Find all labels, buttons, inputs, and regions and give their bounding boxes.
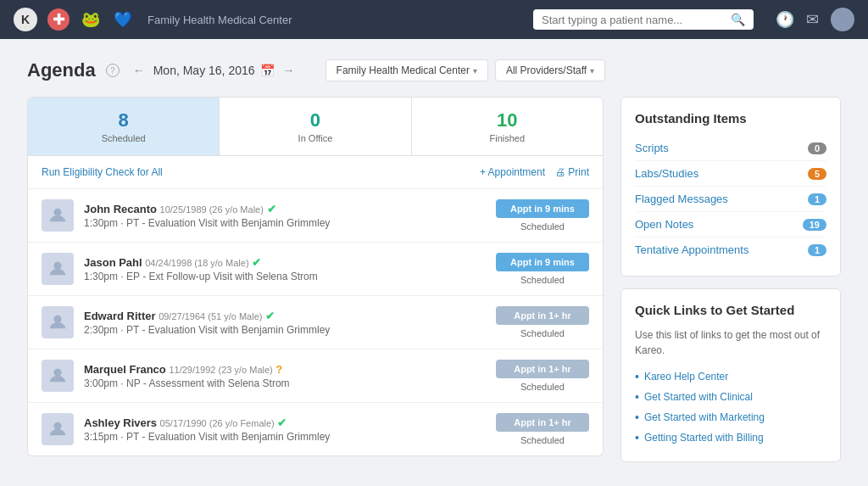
appt-detail: 1:30pm · EP - Ext Follow-up Visit with S… [84, 271, 486, 282]
appt-detail: 3:00pm · NP - Assessment with Selena Str… [84, 377, 486, 389]
list-item: Get Started with Marketing [635, 407, 826, 427]
appt-info: Jason Pahl 04/24/1998 (18 y/o Male) ✔ 1:… [84, 256, 486, 282]
outstanding-item[interactable]: Tentative Appointments 1 [635, 237, 826, 262]
outstanding-item[interactable]: Open Notes 19 [635, 212, 826, 237]
prev-date-button[interactable]: ← [130, 62, 148, 79]
patient-meta: 04/24/1998 (18 y/o Male) [145, 258, 248, 268]
patient-name[interactable]: Ashley Rivers 05/17/1990 (26 y/o Female)… [84, 416, 486, 429]
appt-status: Appt in 1+ hr Scheduled [496, 360, 589, 392]
patient-meta: 10/25/1989 (26 y/o Male) [160, 204, 264, 215]
patient-avatar [42, 413, 74, 445]
run-eligibility-link[interactable]: Run Eligibility Check for All [42, 166, 163, 178]
patient-name[interactable]: Marquel Franco 11/29/1992 (23 y/o Male) … [84, 363, 486, 376]
patient-meta: 11/29/1992 (23 y/o Male) [169, 365, 272, 375]
outstanding-badge: 5 [808, 168, 826, 180]
stat-scheduled[interactable]: 8 Scheduled [28, 98, 220, 155]
patient-name[interactable]: Jason Pahl 04/24/1998 (18 y/o Male) ✔ [84, 256, 486, 269]
outstanding-label: Flagged Messages [635, 193, 728, 205]
topnav-actions: 🕐 ✉ [776, 8, 854, 31]
search-icon: 🔍 [731, 13, 745, 26]
appt-time-button[interactable]: Appt in 9 mins [496, 253, 589, 271]
history-icon[interactable]: 🕐 [776, 10, 794, 29]
search-bar[interactable]: 🔍 [533, 9, 754, 30]
outstanding-badge: 0 [808, 142, 826, 154]
finished-label: Finished [420, 133, 594, 143]
page-title: Agenda [27, 59, 96, 81]
appt-detail: 3:15pm · PT - Evaluation Visit with Benj… [84, 431, 486, 443]
app-logo[interactable]: K [14, 8, 37, 31]
inoffice-label: In Office [228, 133, 402, 143]
quick-link[interactable]: Get Started with Marketing [644, 411, 765, 423]
next-date-button[interactable]: → [280, 62, 298, 79]
quick-links-title: Quick Links to Get Started [635, 303, 826, 317]
appt-info: Marquel Franco 11/29/1992 (23 y/o Male) … [84, 363, 486, 389]
topnav: K ✚ 🐸 💙 Family Health Medical Center 🔍 🕐… [0, 0, 868, 39]
appt-status-label: Scheduled [520, 435, 565, 445]
outstanding-badge: 1 [808, 193, 826, 205]
agenda-header: Agenda ? ← Mon, May 16, 2016 📅 → Family … [27, 59, 841, 81]
verified-icon: ✔ [277, 416, 287, 429]
quick-links-card: Quick Links to Get Started Use this list… [620, 288, 841, 462]
appt-time-button[interactable]: Appt in 1+ hr [496, 306, 589, 325]
appt-time-button[interactable]: Appt in 1+ hr [496, 360, 589, 378]
outstanding-item[interactable]: Labs/Studies 5 [635, 161, 826, 187]
help-icon[interactable]: ? [106, 64, 120, 77]
appt-time-button[interactable]: Appt in 9 mins [496, 199, 589, 218]
list-item: Kareo Help Center [635, 366, 826, 387]
appt-status-label: Scheduled [520, 382, 565, 392]
appt-info: John Recanto 10/25/1989 (26 y/o Male) ✔ … [84, 203, 486, 229]
appt-info: Edward Ritter 09/27/1964 (51 y/o Male) ✔… [84, 310, 486, 336]
add-icon[interactable]: ✚ [47, 8, 70, 31]
appt-status-label: Scheduled [520, 275, 565, 285]
quick-links-desc: Use this list of links to get the most o… [635, 327, 826, 358]
quick-link[interactable]: Kareo Help Center [644, 371, 728, 383]
appt-status-label: Scheduled [520, 221, 565, 232]
app-name: Family Health Medical Center [147, 14, 292, 26]
verified-icon: ✔ [252, 256, 261, 269]
right-panel: Outstanding Items Scripts 0 Labs/Studies… [620, 97, 841, 462]
quick-links-list: Kareo Help CenterGet Started with Clinic… [635, 366, 826, 448]
quick-link[interactable]: Get Started with Clinical [644, 391, 753, 403]
add-appointment-button[interactable]: + Appointment [480, 166, 545, 178]
appointment-row: Edward Ritter 09/27/1964 (51 y/o Male) ✔… [28, 296, 603, 349]
appt-toolbar: Run Eligibility Check for All + Appointm… [28, 156, 603, 189]
appt-status: Appt in 9 mins Scheduled [496, 199, 589, 232]
patient-meta: 09/27/1964 (51 y/o Male) [159, 311, 262, 321]
content-area: Agenda ? ← Mon, May 16, 2016 📅 → Family … [0, 39, 868, 483]
outstanding-items-card: Outstanding Items Scripts 0 Labs/Studies… [620, 97, 841, 277]
patient-name[interactable]: John Recanto 10/25/1989 (26 y/o Male) ✔ [84, 203, 486, 215]
unverified-icon: ? [275, 363, 282, 376]
svg-point-0 [53, 209, 61, 216]
main-layout: 8 Scheduled 0 In Office 10 Finished Run … [27, 97, 841, 462]
caret-icon: ▾ [590, 66, 594, 75]
appt-info: Ashley Rivers 05/17/1990 (26 y/o Female)… [84, 416, 486, 443]
patient-avatar [42, 199, 74, 232]
outstanding-item[interactable]: Flagged Messages 1 [635, 187, 826, 212]
verified-icon: ✔ [265, 310, 275, 322]
calendar-icon[interactable]: 📅 [260, 64, 275, 77]
provider-filter[interactable]: All Providers/Staff ▾ [495, 59, 605, 81]
print-button[interactable]: 🖨 Print [555, 166, 589, 178]
stat-inoffice[interactable]: 0 In Office [220, 98, 411, 155]
patient-name[interactable]: Edward Ritter 09/27/1964 (51 y/o Male) ✔ [84, 310, 486, 322]
patient-avatar [42, 306, 74, 338]
outstanding-item[interactable]: Scripts 0 [635, 136, 826, 161]
appt-time-button[interactable]: Appt in 1+ hr [496, 413, 589, 432]
stat-finished[interactable]: 10 Finished [412, 98, 603, 155]
outstanding-label: Open Notes [635, 218, 693, 231]
svg-point-3 [53, 369, 61, 377]
scheduled-label: Scheduled [36, 133, 210, 143]
frog-icon[interactable]: 🐸 [80, 8, 102, 31]
outstanding-items-list: Scripts 0 Labs/Studies 5 Flagged Message… [635, 136, 826, 262]
search-input[interactable] [542, 14, 731, 26]
messages-icon[interactable]: ✉ [806, 10, 819, 29]
location-filter[interactable]: Family Health Medical Center ▾ [326, 59, 488, 81]
outstanding-label: Scripts [635, 142, 669, 154]
appt-status: Appt in 1+ hr Scheduled [496, 413, 589, 445]
inoffice-count: 0 [228, 109, 402, 131]
quick-link[interactable]: Getting Started with Billing [644, 432, 764, 444]
svg-point-2 [53, 316, 61, 323]
user-avatar[interactable] [831, 8, 854, 31]
heart-icon[interactable]: 💙 [112, 8, 134, 31]
date-nav: ← Mon, May 16, 2016 📅 → [130, 62, 298, 79]
